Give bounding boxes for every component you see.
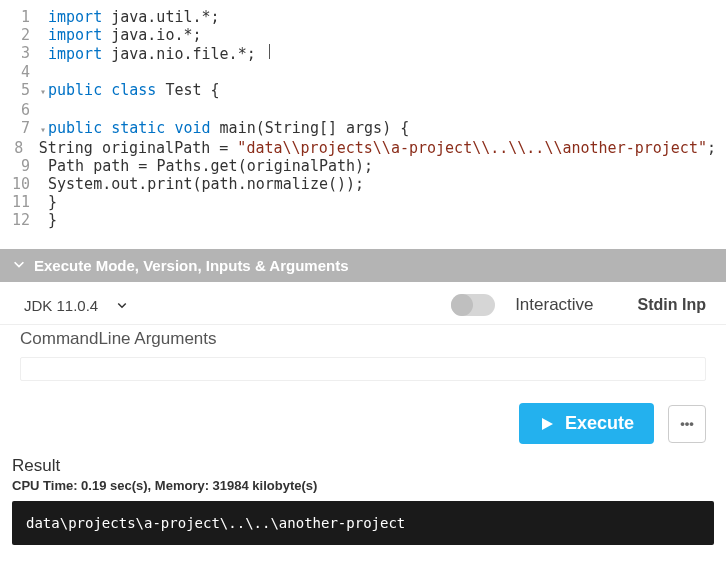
code-content[interactable]: Path path = Paths.get(originalPath);: [48, 157, 716, 175]
fold-indicator: [40, 63, 48, 81]
line-number: 4: [10, 63, 40, 81]
accordion-title: Execute Mode, Version, Inputs & Argument…: [34, 257, 349, 274]
execute-row: Execute •••: [0, 393, 726, 448]
code-content[interactable]: import java.nio.file.*;: [48, 44, 716, 63]
code-line: 3import java.nio.file.*;: [10, 44, 716, 63]
jdk-version-label: JDK 11.0.4: [24, 297, 98, 314]
line-number: 10: [10, 175, 40, 193]
fold-indicator: [40, 175, 48, 193]
fold-indicator: [40, 211, 48, 229]
line-number: 7: [10, 119, 40, 139]
code-editor[interactable]: 1import java.util.*;2import java.io.*;3i…: [0, 0, 726, 237]
execute-settings-accordion[interactable]: Execute Mode, Version, Inputs & Argument…: [0, 249, 726, 282]
result-label: Result: [0, 448, 726, 478]
cmdline-args-input[interactable]: [20, 357, 706, 381]
code-content[interactable]: import java.util.*;: [48, 8, 716, 26]
settings-row: JDK 11.0.4 Interactive Stdin Inp: [0, 282, 726, 325]
interactive-label: Interactive: [515, 295, 593, 315]
code-line: 10System.out.print(path.normalize());: [10, 175, 716, 193]
code-content[interactable]: public static void main(String[] args) {: [48, 119, 716, 139]
code-line: 6: [10, 101, 716, 119]
more-options-button[interactable]: •••: [668, 405, 706, 443]
fold-indicator: [40, 26, 48, 44]
fold-indicator: [40, 157, 48, 175]
cmdline-args-label: CommandLine Arguments: [0, 325, 726, 355]
toggle-knob: [451, 294, 473, 316]
fold-indicator: [40, 101, 48, 119]
line-number: 6: [10, 101, 40, 119]
fold-indicator: [40, 44, 48, 63]
stdin-inputs-label: Stdin Inp: [638, 296, 706, 314]
more-icon: •••: [680, 416, 694, 431]
line-number: 5: [10, 81, 40, 101]
chevron-down-icon: [116, 297, 128, 314]
code-content[interactable]: public class Test {: [48, 81, 716, 101]
code-line: 12}: [10, 211, 716, 229]
code-content[interactable]: }: [48, 211, 716, 229]
play-icon: [539, 416, 555, 432]
result-stats: CPU Time: 0.19 sec(s), Memory: 31984 kil…: [0, 478, 726, 499]
output-text: data\projects\a-project\..\..\another-pr…: [26, 515, 405, 531]
code-line: 7▾ public static void main(String[] args…: [10, 119, 716, 139]
jdk-version-select[interactable]: JDK 11.0.4: [20, 295, 132, 316]
output-console: data\projects\a-project\..\..\another-pr…: [12, 501, 714, 545]
code-line: 5▾public class Test {: [10, 81, 716, 101]
fold-indicator[interactable]: ▾: [40, 81, 48, 101]
line-number: 11: [10, 193, 40, 211]
execute-button-label: Execute: [565, 413, 634, 434]
line-number: 8: [10, 139, 33, 157]
line-number: 2: [10, 26, 40, 44]
code-line: 4: [10, 63, 716, 81]
code-line: 11 }: [10, 193, 716, 211]
chevron-down-icon: [12, 257, 26, 274]
code-content[interactable]: String originalPath = "data\\projects\\a…: [39, 139, 716, 157]
code-line: 1import java.util.*;: [10, 8, 716, 26]
code-content[interactable]: System.out.print(path.normalize());: [48, 175, 716, 193]
code-content[interactable]: }: [48, 193, 716, 211]
code-line: 9Path path = Paths.get(originalPath);: [10, 157, 716, 175]
interactive-toggle[interactable]: [451, 294, 495, 316]
code-line: 8 String originalPath = "data\\projects\…: [10, 139, 716, 157]
code-content[interactable]: import java.io.*;: [48, 26, 716, 44]
fold-indicator[interactable]: ▾: [40, 119, 48, 139]
line-number: 9: [10, 157, 40, 175]
line-number: 12: [10, 211, 40, 229]
fold-indicator: [40, 8, 48, 26]
code-content[interactable]: [48, 101, 716, 119]
fold-indicator: [40, 193, 48, 211]
code-content[interactable]: [48, 63, 716, 81]
execute-button[interactable]: Execute: [519, 403, 654, 444]
code-line: 2import java.io.*;: [10, 26, 716, 44]
line-number: 3: [10, 44, 40, 63]
line-number: 1: [10, 8, 40, 26]
